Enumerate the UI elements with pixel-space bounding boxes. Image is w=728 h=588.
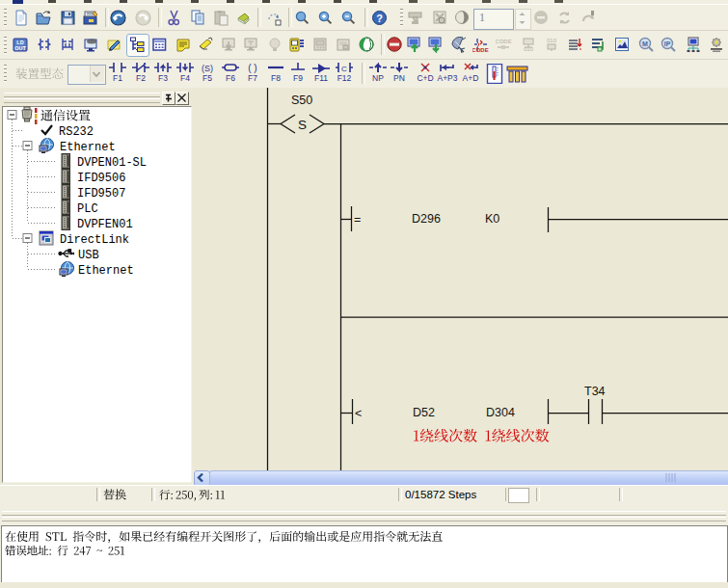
svg-text:F7: F7 (248, 73, 257, 83)
svg-text:OUT: OUT (14, 45, 26, 51)
svg-text:NP: NP (372, 73, 384, 83)
svg-text:S: S (298, 118, 307, 132)
svg-text:M: M (642, 40, 648, 47)
svg-text:USB: USB (78, 249, 99, 262)
svg-text:?: ? (376, 13, 383, 24)
svg-text:010: 010 (524, 46, 534, 52)
svg-text:C+D: C+D (417, 73, 433, 83)
svg-text:F8: F8 (271, 73, 281, 83)
svg-text:CODE: CODE (472, 47, 489, 53)
svg-text:F9: F9 (293, 73, 303, 83)
svg-text:K0: K0 (485, 212, 499, 226)
svg-text:F11: F11 (314, 73, 328, 83)
svg-text:PLC: PLC (77, 202, 98, 216)
svg-text:<: < (355, 407, 362, 420)
svg-text:RS232: RS232 (59, 125, 94, 139)
svg-text:Ethernet: Ethernet (78, 264, 134, 278)
svg-text:A+P3: A+P3 (437, 73, 457, 83)
svg-text:F1: F1 (113, 73, 122, 83)
svg-text:S50: S50 (291, 94, 312, 107)
svg-text:F4: F4 (180, 73, 190, 83)
svg-text:F5: F5 (202, 73, 212, 83)
svg-text:F2: F2 (136, 73, 146, 83)
svg-text:010: 010 (547, 38, 557, 43)
svg-text:C: C (341, 65, 347, 73)
svg-text:CODE: CODE (496, 39, 512, 44)
svg-text:0/15872 Steps: 0/15872 Steps (405, 489, 476, 500)
svg-text:A+D: A+D (463, 73, 479, 83)
svg-text:DVPFEN01: DVPFEN01 (77, 218, 133, 231)
svg-text:=: = (354, 213, 361, 227)
svg-text:( ): ( ) (248, 63, 256, 73)
svg-text:F3: F3 (158, 73, 168, 83)
svg-text:D304: D304 (486, 406, 515, 419)
svg-text:(S): (S) (202, 64, 213, 73)
svg-text:Ethernet: Ethernet (60, 141, 116, 154)
svg-text:F12: F12 (337, 73, 352, 83)
svg-text:T34: T34 (584, 385, 606, 398)
svg-text:D52: D52 (413, 406, 435, 419)
svg-text:F6: F6 (226, 73, 235, 83)
svg-text:DVPEN01-SL: DVPEN01-SL (77, 156, 147, 170)
svg-text:IFD9507: IFD9507 (77, 187, 125, 200)
svg-text:DirectLink: DirectLink (60, 233, 129, 247)
svg-text:IFD9506: IFD9506 (77, 172, 125, 185)
svg-text:IP: IP (664, 40, 671, 47)
svg-text:D296: D296 (412, 212, 441, 226)
svg-text:PN: PN (393, 73, 405, 83)
